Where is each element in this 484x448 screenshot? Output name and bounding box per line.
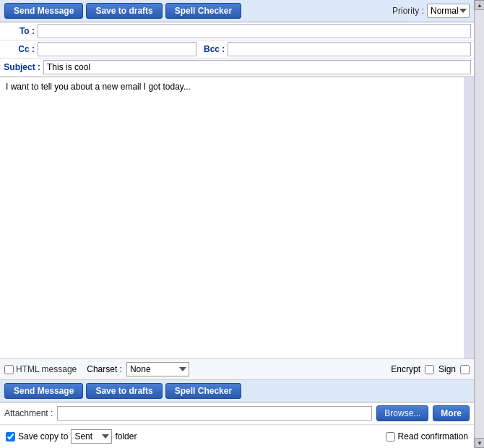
save-drafts-button-top[interactable]: Save to drafts xyxy=(86,3,162,19)
more-button[interactable]: More xyxy=(433,405,470,421)
header-rows: To : Cc : Bcc : Subject : xyxy=(0,22,474,77)
save-left: Save copy to Sent Drafts Trash folder xyxy=(6,429,137,444)
attachment-row: Attachment : Browse... More xyxy=(0,402,474,425)
save-row: Save copy to Sent Drafts Trash folder Re… xyxy=(0,425,474,448)
read-confirmation-checkbox[interactable] xyxy=(386,432,395,441)
bcc-label: Bcc : xyxy=(201,44,228,54)
options-row: HTML message Charset : None UTF-8 ISO-88… xyxy=(0,359,474,380)
to-row: To : xyxy=(0,22,474,40)
read-confirmation-label: Read confirmation xyxy=(398,431,468,441)
scroll-up-arrow[interactable]: ▲ xyxy=(475,0,484,10)
charset-label: Charset : xyxy=(87,364,122,374)
options-right: Encrypt Sign xyxy=(391,364,470,374)
encrypt-label: Encrypt xyxy=(391,364,420,374)
save-drafts-button-bottom[interactable]: Save to drafts xyxy=(86,383,162,399)
send-message-button-bottom[interactable]: Send Message xyxy=(4,383,83,399)
bcc-input[interactable] xyxy=(228,42,471,56)
priority-section: Priority : Low Normal High xyxy=(392,4,470,18)
toolbar-bottom: Send Message Save to drafts Spell Checke… xyxy=(0,380,474,402)
save-copy-label: Save copy to xyxy=(18,431,68,441)
folder-suffix: folder xyxy=(115,431,137,441)
encrypt-sign-section: Encrypt Sign xyxy=(391,364,470,374)
html-message-checkbox[interactable] xyxy=(4,365,14,374)
toolbar-left-buttons: Send Message Save to drafts Spell Checke… xyxy=(4,3,241,19)
subject-input[interactable] xyxy=(43,60,471,74)
subject-label: Subject : xyxy=(3,62,43,72)
subject-row: Subject : xyxy=(0,59,474,77)
folder-select[interactable]: Sent Drafts Trash xyxy=(71,429,112,444)
toolbar-top: Send Message Save to drafts Spell Checke… xyxy=(0,0,474,22)
window-scrollbar: ▲ ▼ xyxy=(474,0,484,448)
attachment-input[interactable] xyxy=(57,406,372,421)
charset-select[interactable]: None UTF-8 ISO-8859-1 xyxy=(126,362,189,376)
priority-select[interactable]: Low Normal High xyxy=(427,4,470,18)
send-message-button-top[interactable]: Send Message xyxy=(4,3,83,19)
save-copy-checkbox[interactable] xyxy=(6,432,15,441)
encrypt-checkbox[interactable] xyxy=(425,365,434,374)
message-area: I want to tell you about a new email I g… xyxy=(0,77,474,359)
spell-checker-button-top[interactable]: Spell Checker xyxy=(165,3,241,19)
cc-label: Cc : xyxy=(3,44,38,54)
save-right: Read confirmation xyxy=(386,431,468,441)
html-message-option[interactable]: HTML message xyxy=(4,364,77,374)
to-label: To : xyxy=(3,26,38,36)
to-input[interactable] xyxy=(38,24,471,38)
priority-label: Priority : xyxy=(392,6,424,16)
cc-row: Cc : Bcc : xyxy=(0,40,474,59)
html-message-label: HTML message xyxy=(16,364,77,374)
options-left: HTML message Charset : None UTF-8 ISO-88… xyxy=(4,362,189,376)
sign-checkbox[interactable] xyxy=(460,365,470,374)
browse-button[interactable]: Browse... xyxy=(376,405,428,421)
attachment-label: Attachment : xyxy=(4,408,53,418)
message-textarea[interactable]: I want to tell you about a new email I g… xyxy=(0,77,474,358)
cc-input[interactable] xyxy=(38,42,196,56)
scroll-down-arrow[interactable]: ▼ xyxy=(475,438,484,448)
sign-label: Sign xyxy=(438,364,456,374)
spell-checker-button-bottom[interactable]: Spell Checker xyxy=(165,383,241,399)
